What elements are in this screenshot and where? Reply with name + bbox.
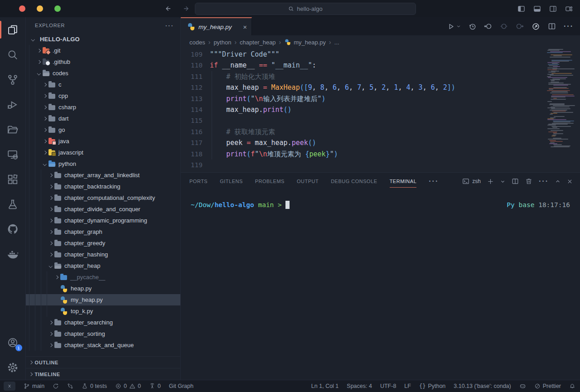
extensions-icon[interactable] — [0, 167, 26, 192]
breadcrumb-item[interactable]: ... — [334, 39, 339, 46]
command-center-search[interactable]: hello-algo — [195, 3, 416, 15]
panel-tab-problems[interactable]: PROBLEMS — [255, 173, 285, 190]
settings-gear-icon[interactable] — [0, 355, 26, 380]
ports-forwarded-item[interactable]: 0 — [149, 383, 161, 389]
tree-item-dart[interactable]: dart — [26, 113, 180, 124]
tree-item-chapter_greedy[interactable]: chapter_greedy — [26, 237, 180, 249]
timeline-section[interactable]: TIMELINE — [26, 368, 180, 380]
gitlens-open-graph-icon[interactable] — [532, 22, 540, 31]
minimize-window-button[interactable] — [37, 5, 43, 12]
prettier-item[interactable]: Prettier — [534, 383, 561, 389]
timeline-history-icon[interactable] — [469, 23, 476, 30]
explorer-actions-icon[interactable]: ··· — [165, 22, 174, 29]
tree-item-chapter_graph[interactable]: chapter_graph — [26, 226, 180, 237]
tree-item-chapter_heap[interactable]: chapter_heap — [26, 260, 180, 271]
tree-item-chapter_computational_complexity[interactable]: chapter_computational_complexity — [26, 192, 180, 203]
panel-tab-debug-console[interactable]: DEBUG CONSOLE — [331, 173, 377, 190]
gitlens-compare-item[interactable] — [67, 383, 73, 389]
run-python-file-button[interactable] — [447, 23, 461, 30]
gitlens-previous-change-icon[interactable] — [484, 22, 492, 30]
outline-section[interactable]: OUTLINE — [26, 356, 180, 368]
close-tab-icon[interactable]: × — [243, 23, 247, 31]
tests-item[interactable]: 0 tests — [82, 383, 107, 389]
tree-item-java[interactable]: java — [26, 136, 180, 147]
tree-item-heap.py[interactable]: heap.py — [26, 283, 180, 294]
code-editor[interactable]: 109"""Driver Code"""110if __name__ == "_… — [181, 49, 580, 172]
tree-item-chapter_backtracking[interactable]: chapter_backtracking — [26, 181, 180, 192]
remote-explorer-icon[interactable] — [0, 142, 26, 167]
notifications-item[interactable] — [569, 383, 575, 389]
split-terminal-icon[interactable] — [512, 178, 519, 185]
panel-more-tabs-icon[interactable]: ··· — [429, 177, 439, 185]
tree-item-__pycache__[interactable]: __pycache__ — [26, 271, 180, 283]
cursor-position-item[interactable]: Ln 1, Col 1 — [311, 383, 338, 389]
tab-my-heap[interactable]: my_heap.py × — [181, 17, 252, 35]
panel-tab-terminal[interactable]: TERMINAL — [390, 173, 417, 190]
navigate-back-icon[interactable] — [164, 5, 171, 12]
close-panel-icon[interactable] — [567, 179, 573, 184]
tree-item-my_heap.py[interactable]: my_heap.py — [26, 294, 180, 305]
tree-item-chapter_stack_and_queue[interactable]: chapter_stack_and_queue — [26, 339, 180, 351]
tree-item-c[interactable]: c — [26, 79, 180, 90]
sync-changes-item[interactable] — [53, 383, 59, 389]
github-icon[interactable] — [0, 217, 26, 242]
toggle-panel-icon[interactable] — [533, 5, 541, 13]
breadcrumb-item[interactable]: codes — [189, 39, 205, 46]
indentation-item[interactable]: Spaces: 4 — [347, 383, 372, 389]
folders-icon[interactable] — [0, 117, 26, 142]
tree-item-chapter_searching[interactable]: chapter_searching — [26, 317, 180, 328]
language-mode-item[interactable]: {}Python — [419, 383, 445, 389]
panel-tab-ports[interactable]: PORTS — [189, 173, 208, 190]
explorer-icon[interactable] — [0, 17, 26, 42]
search-icon[interactable] — [0, 42, 26, 67]
gitlens-changes-icon[interactable] — [500, 22, 508, 30]
remote-indicator-item[interactable] — [4, 382, 15, 391]
tree-item-chapter_sorting[interactable]: chapter_sorting — [26, 328, 180, 339]
python-interpreter-item[interactable]: 3.10.13 ('base': conda) — [454, 383, 511, 389]
tree-item-go[interactable]: go — [26, 124, 180, 136]
terminal-view[interactable]: ~/Dow/hello-algo main > Py base 18:17:16 — [181, 190, 580, 380]
tree-item-chapter_dynamic_programming[interactable]: chapter_dynamic_programming — [26, 215, 180, 226]
customize-layout-icon[interactable] — [565, 5, 573, 13]
accounts-icon[interactable]: 1 — [0, 330, 26, 355]
new-terminal-icon[interactable] — [487, 178, 494, 185]
tree-item-javascript[interactable]: javascript — [26, 147, 180, 158]
source-control-icon[interactable] — [0, 67, 26, 92]
tree-item-.github[interactable]: .github — [26, 56, 180, 68]
problems-item[interactable]: 00 — [115, 383, 141, 389]
tree-item-HELLO-ALGO[interactable]: HELLO-ALGO — [26, 34, 180, 45]
terminal-dropdown-icon[interactable] — [500, 179, 505, 184]
breadcrumb-item[interactable]: my_heap.py — [284, 39, 326, 46]
copilot-item[interactable] — [519, 383, 526, 390]
git-branch-item[interactable]: main — [24, 383, 44, 389]
git-graph-item[interactable]: Git Graph — [169, 383, 193, 389]
minimap[interactable] — [546, 49, 577, 158]
testing-icon[interactable] — [0, 192, 26, 217]
tree-item-codes[interactable]: codes — [26, 68, 180, 79]
toggle-primary-sidebar-icon[interactable] — [517, 5, 525, 13]
tree-item-.git[interactable]: .git — [26, 45, 180, 56]
kill-terminal-trash-icon[interactable] — [525, 178, 532, 185]
breadcrumb-item[interactable]: python — [213, 39, 231, 46]
eol-item[interactable]: LF — [404, 383, 411, 389]
tree-item-chapter_array_and_linkedlist[interactable]: chapter_array_and_linkedlist — [26, 169, 180, 181]
tree-item-chapter_hashing[interactable]: chapter_hashing — [26, 249, 180, 260]
breadcrumb-item[interactable]: chapter_heap — [240, 39, 276, 46]
panel-more-actions-icon[interactable]: ··· — [539, 177, 549, 185]
tree-item-top_k.py[interactable]: top_k.py — [26, 305, 180, 317]
encoding-item[interactable]: UTF-8 — [380, 383, 396, 389]
tree-item-cpp[interactable]: cpp — [26, 90, 180, 102]
maximize-panel-icon[interactable] — [555, 179, 561, 184]
gitlens-next-change-icon[interactable] — [516, 22, 524, 30]
tree-item-python[interactable]: python — [26, 158, 180, 169]
tree-item-csharp[interactable]: csharp — [26, 102, 180, 113]
close-window-button[interactable] — [19, 5, 25, 12]
zoom-window-button[interactable] — [54, 5, 61, 12]
split-editor-icon[interactable] — [548, 22, 556, 30]
docker-icon[interactable] — [0, 242, 26, 266]
panel-tab-gitlens[interactable]: GITLENS — [220, 173, 243, 190]
editor-more-actions-icon[interactable]: ··· — [564, 22, 574, 30]
panel-tab-output[interactable]: OUTPUT — [297, 173, 319, 190]
navigate-forward-icon[interactable] — [183, 5, 190, 12]
tree-item-chapter_divide_and_conquer[interactable]: chapter_divide_and_conquer — [26, 203, 180, 215]
